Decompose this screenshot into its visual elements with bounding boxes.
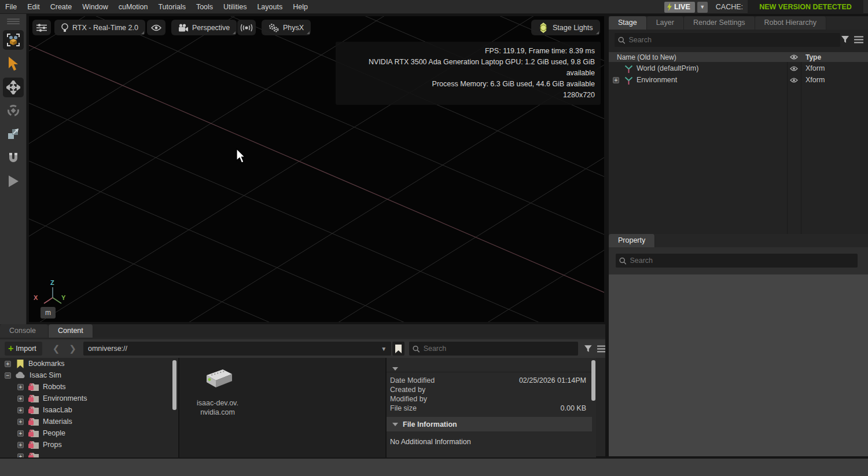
locked-folder-icon <box>28 383 39 391</box>
path-input[interactable] <box>88 345 381 353</box>
stage-search[interactable] <box>615 33 840 47</box>
expand-icon[interactable]: + <box>17 419 24 425</box>
content-search-input[interactable] <box>424 345 575 353</box>
collapse-icon[interactable]: − <box>5 372 11 379</box>
toolbar-grip[interactable] <box>7 17 20 25</box>
tab-layer[interactable]: Layer <box>647 16 684 30</box>
stage-row-world[interactable]: World (defaultPrim) Xform <box>609 63 868 75</box>
menu-cumotion[interactable]: cuMotion <box>113 0 153 14</box>
stat-resolution: 1280x720 <box>341 90 595 101</box>
bookmark-button[interactable] <box>392 342 404 356</box>
menu-edit[interactable]: Edit <box>22 0 45 14</box>
locked-folder-icon <box>28 406 39 414</box>
expand-icon[interactable]: + <box>17 442 24 448</box>
visibility-eye-icon[interactable] <box>790 78 798 83</box>
tree-item-environments[interactable]: + Environments <box>0 393 178 404</box>
expand-icon[interactable]: + <box>17 384 24 390</box>
tree-item-bookmarks[interactable]: + Bookmarks <box>0 358 178 369</box>
stage-row-environment[interactable]: + Environment Xform <box>609 75 868 86</box>
path-dropdown-icon[interactable]: ▼ <box>381 346 387 352</box>
property-search-input[interactable] <box>630 257 854 265</box>
tree-item-props[interactable]: + Props <box>0 439 178 451</box>
column-name[interactable]: Name (Old to New) <box>617 53 676 61</box>
import-label: Import <box>16 345 36 353</box>
options-menu-icon[interactable] <box>854 36 863 43</box>
tree-label: Robots <box>43 383 66 391</box>
camera-selector[interactable]: Perspective <box>171 20 237 35</box>
move-tool-button[interactable] <box>3 78 24 97</box>
expand-icon[interactable]: + <box>5 361 11 367</box>
lightning-icon <box>667 3 672 11</box>
move-icon <box>6 80 20 94</box>
tab-content[interactable]: Content <box>49 324 93 338</box>
viewport-settings-button[interactable] <box>32 20 51 35</box>
axis-gizmo[interactable]: Z X Y <box>34 283 74 309</box>
property-empty-area <box>609 274 868 456</box>
expand-icon[interactable]: + <box>17 407 24 413</box>
column-type[interactable]: Type <box>806 53 821 61</box>
visibility-button[interactable] <box>147 20 165 35</box>
tree-label: Bookmarks <box>28 360 65 368</box>
menu-layouts[interactable]: Layouts <box>252 0 288 14</box>
path-bar[interactable]: ▼ <box>83 342 391 356</box>
tree-item-materials[interactable]: + Materials <box>0 416 178 427</box>
menu-bar: File Edit Create Window cuMotion Tutoria… <box>0 0 868 14</box>
menu-create[interactable]: Create <box>45 0 78 14</box>
viewport-3d[interactable]: RTX - Real-Time 2.0 Perspective <box>29 16 604 322</box>
new-version-text: NEW VERSION DETECTED <box>759 3 852 11</box>
stage-column-headers[interactable]: Name (Old to New) Type <box>609 52 868 62</box>
snap-tool-button[interactable] <box>3 148 24 168</box>
tree-item-isaaclab[interactable]: + IsaacLab <box>0 404 178 416</box>
tab-render-settings[interactable]: Render Settings <box>684 16 755 30</box>
visibility-eye-icon[interactable] <box>790 66 798 71</box>
visibility-column-icon[interactable] <box>790 54 798 60</box>
info-row-date-modified: Date Modified 02/25/2026 01:14PM <box>387 376 592 386</box>
tree-scrollbar[interactable] <box>172 360 176 410</box>
play-button[interactable] <box>3 171 24 191</box>
menu-file[interactable]: File <box>0 0 22 14</box>
live-sync-button[interactable]: LIVE <box>664 2 695 13</box>
import-button[interactable]: + Import <box>5 342 42 356</box>
stat-memory: Process Memory: 6.3 GiB used, 44.6 GiB a… <box>341 79 595 90</box>
server-item[interactable]: isaac-dev.ov. nvidia.com <box>190 368 245 417</box>
selection-mode-button[interactable] <box>3 30 24 50</box>
forward-button[interactable]: ❯ <box>64 343 81 354</box>
tree-item-isaac-sim[interactable]: − Isaac Sim <box>0 369 178 381</box>
back-button[interactable]: ❮ <box>48 343 65 354</box>
rotate-tool-button[interactable] <box>3 101 24 120</box>
expand-icon[interactable]: + <box>17 396 24 402</box>
info-row-created-by: Created by <box>387 386 592 395</box>
window-bottom-strip <box>0 457 868 476</box>
menu-utilities[interactable]: Utilities <box>218 0 252 14</box>
expand-icon[interactable]: + <box>17 430 24 437</box>
menu-help[interactable]: Help <box>288 0 313 14</box>
tab-property[interactable]: Property <box>609 234 655 247</box>
tree-item-people[interactable]: + People <box>0 427 178 439</box>
property-search[interactable] <box>616 254 858 268</box>
content-search[interactable] <box>409 342 578 356</box>
stage-lights-button[interactable]: Stage Lights <box>531 20 600 35</box>
menu-tools[interactable]: Tools <box>191 0 218 14</box>
physics-selector[interactable]: PhysX <box>262 20 311 35</box>
renderer-selector[interactable]: RTX - Real-Time 2.0 <box>54 20 145 35</box>
tab-stage[interactable]: Stage <box>609 16 647 30</box>
menu-window[interactable]: Window <box>77 0 113 14</box>
file-information-section[interactable]: File Information <box>387 417 592 431</box>
tab-console[interactable]: Console <box>0 324 49 338</box>
tab-robot-hierarchy[interactable]: Robot Hierarchy <box>755 16 826 30</box>
filter-icon[interactable] <box>584 345 593 353</box>
menu-tutorials[interactable]: Tutorials <box>153 0 190 14</box>
stage-light-icon <box>538 23 549 33</box>
rotate-icon <box>6 104 20 118</box>
info-scrollbar[interactable] <box>591 360 595 401</box>
filter-icon[interactable] <box>841 35 849 44</box>
audio-button[interactable] <box>237 20 256 35</box>
stage-search-input[interactable] <box>628 36 837 44</box>
tree-item-robots[interactable]: + Robots <box>0 381 178 393</box>
unit-button[interactable]: m <box>41 307 56 318</box>
live-dropdown-chevron[interactable]: ▼ <box>697 2 708 13</box>
expand-icon[interactable]: + <box>613 77 619 83</box>
scale-tool-button[interactable] <box>3 124 24 144</box>
select-tool-button[interactable] <box>3 54 24 74</box>
stat-fps: FPS: 119.19, Frame time: 8.39 ms <box>341 46 595 57</box>
